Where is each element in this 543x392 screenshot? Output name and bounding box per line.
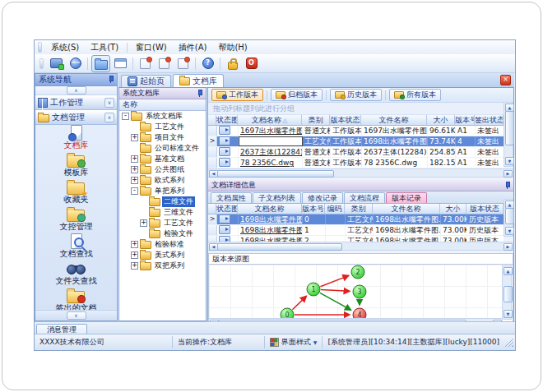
tree-node-6[interactable]: +欧式系列 <box>119 175 206 186</box>
scroll-down-icon[interactable]: ▼ <box>504 310 513 318</box>
sidebar-group-work[interactable]: 工作管理 ∨ <box>35 95 117 110</box>
toolbar-button-mail-report[interactable] <box>137 56 154 71</box>
scroll-thumb[interactable] <box>504 286 513 302</box>
graph-vscrollbar[interactable]: ▲ ▼ <box>502 265 512 320</box>
tree-node-5[interactable]: +公共图纸 <box>119 164 206 175</box>
scroll-right-icon[interactable]: ▶ <box>504 170 513 178</box>
pin-icon[interactable] <box>107 76 114 83</box>
tree-node-0[interactable]: -系统文档库 <box>119 111 206 122</box>
column-header[interactable]: 状态图 <box>216 204 238 214</box>
scroll-right-icon[interactable]: ▶ <box>504 243 513 251</box>
toolbar-button-mail-new[interactable] <box>155 56 173 71</box>
table-row-2[interactable]: 2637主体(12284).dwg普通文档工作版本2637主体(12284).d… <box>208 147 504 158</box>
menu-item-0[interactable]: 系统(S) <box>45 41 85 53</box>
collapse-minus-icon[interactable]: - <box>131 187 138 195</box>
column-header[interactable]: 版本状态 <box>466 204 504 214</box>
scroll-thumb[interactable] <box>217 170 334 178</box>
sidebar-item-1[interactable]: 模板库 <box>39 150 114 178</box>
toolbar-grip[interactable] <box>39 58 44 69</box>
tree-node-1[interactable]: 工艺文件 <box>119 122 206 132</box>
expand-plus-icon[interactable]: + <box>131 241 138 248</box>
toolbar-button-help[interactable]: ? <box>199 56 216 71</box>
table-row-2[interactable]: 1698出水嘴零件图.dwg2工艺文件1698出水嘴零件图.dwg73.00KB… <box>208 236 504 242</box>
column-header[interactable]: 版本状态 <box>330 115 361 126</box>
expand-plus-icon[interactable]: + <box>131 166 138 173</box>
column-header[interactable]: 大小 <box>440 204 466 214</box>
toolbar-button-globe[interactable] <box>67 56 84 71</box>
chevron-down-icon[interactable]: ∨ <box>104 98 114 108</box>
scroll-thumb[interactable] <box>505 111 514 145</box>
tab-0[interactable]: 起始页 <box>121 75 171 87</box>
tree-node-9[interactable]: 三维文件 <box>119 207 206 218</box>
tree-node-12[interactable]: +检验标准 <box>119 239 206 250</box>
expand-plus-icon[interactable]: + <box>131 134 138 141</box>
menu-item-3[interactable]: 插件(A) <box>173 41 213 53</box>
detail-tab-2[interactable]: 修改记录 <box>302 192 343 203</box>
table-row-3[interactable]: 78 2356C.dwg普通文档工作版本78 2356C.dwg182.15KB… <box>208 158 504 168</box>
sidebar-item-3[interactable]: 文控管理 <box>39 205 114 232</box>
pin-icon[interactable] <box>196 90 203 97</box>
sidebar-item-6[interactable]: 签出的文档 <box>39 286 114 311</box>
column-header[interactable]: 版本号 <box>302 204 325 214</box>
tree-node-4[interactable]: +基准文档 <box>119 154 206 164</box>
version-button-1[interactable]: 归档版本 <box>271 89 323 101</box>
tree-node-13[interactable]: +美式系列 <box>119 250 206 261</box>
column-header[interactable]: 大小 <box>427 115 455 126</box>
menu-grip[interactable] <box>38 42 42 53</box>
tree-node-2[interactable]: +项目文件 <box>119 132 206 143</box>
column-header[interactable]: 文档名称△ <box>238 115 302 126</box>
version-button-2[interactable]: 历史版本 <box>330 89 382 101</box>
tree-node-14[interactable]: +双把系列 <box>119 261 206 271</box>
scroll-thumb[interactable] <box>217 243 342 251</box>
pin-icon[interactable] <box>504 182 511 189</box>
detail-tab-3[interactable]: 文档流程 <box>344 192 385 203</box>
column-header[interactable]: 文件名称 <box>361 115 427 126</box>
scroll-down-icon[interactable]: ▼ <box>505 227 514 235</box>
expand-plus-icon[interactable]: + <box>131 177 138 184</box>
collapse-minus-icon[interactable]: - <box>122 113 129 120</box>
menu-item-1[interactable]: 工具(T) <box>85 41 124 53</box>
toolbar-button-power[interactable]: O <box>243 56 260 71</box>
tree-node-10[interactable]: +工艺文件 <box>119 218 206 228</box>
sidebar-item-5[interactable]: 文件夹查找 <box>39 259 114 286</box>
sidebar-item-2[interactable]: ★收藏夹 <box>39 178 114 205</box>
tree-node-11[interactable]: 检验文件 <box>119 228 206 239</box>
resize-grip[interactable] <box>504 338 513 347</box>
toolbar-button-mail-delete[interactable] <box>174 56 192 71</box>
version-button-3[interactable]: 所有版本 <box>389 89 441 101</box>
column-header[interactable]: 编码 <box>325 204 345 214</box>
column-header[interactable]: 类别 <box>302 115 330 126</box>
detail-table-hscrollbar[interactable]: ◀ ▶ <box>208 242 513 251</box>
tree-node-7[interactable]: -单把系列 <box>119 186 206 196</box>
table-row-1[interactable]: 1698出水嘴零件图.dwg1工艺文件1698出水嘴零件图.dwg73.00KB… <box>208 225 504 236</box>
tab-1[interactable]: 文档库 <box>173 74 224 87</box>
chevron-up-icon[interactable]: ∧ <box>67 86 86 95</box>
column-header[interactable]: 文档名称 <box>238 204 302 214</box>
column-header[interactable]: 类别 <box>345 204 373 214</box>
expand-plus-icon[interactable]: + <box>140 219 147 227</box>
table-row-1[interactable]: >1698出水嘴零件图.dwg工艺文件工作版本1698出水嘴零件图.dwg73.… <box>208 136 504 147</box>
scroll-thumb[interactable] <box>505 208 514 224</box>
expand-plus-icon[interactable]: + <box>131 155 138 163</box>
table-row-0[interactable]: 1697出水嘴零件图.dwg普通文档工作版本1697出水嘴零件图.dwg96.6… <box>208 126 504 136</box>
sidebar-item-4[interactable]: 文档查找 <box>39 232 114 259</box>
column-header[interactable]: 版本号 <box>455 115 475 126</box>
detail-tab-0[interactable]: 文档属性 <box>211 192 252 203</box>
menu-item-2[interactable]: 窗口(W) <box>130 41 173 53</box>
expand-plus-icon[interactable]: + <box>131 251 138 259</box>
close-icon[interactable]: × <box>500 75 511 85</box>
toolbar-button-folder[interactable] <box>91 55 110 72</box>
top-table-hscrollbar[interactable]: ◀ ▶ <box>208 168 513 178</box>
table-row-0[interactable]: >1698出水嘴零件图.dwg0工艺文件1698出水嘴零件图.dwg73.00K… <box>208 214 504 225</box>
detail-tab-4[interactable]: 版本记录 <box>386 192 427 203</box>
scroll-down-icon[interactable]: ▼ <box>505 157 514 165</box>
tree-node-8[interactable]: 二维文件 <box>119 196 206 207</box>
sidebar-item-0[interactable]: 文档库 <box>39 123 114 150</box>
column-header[interactable]: 签出状态 <box>475 115 504 126</box>
row-indicator-header[interactable] <box>208 204 216 214</box>
toolbar-button-window[interactable] <box>112 56 129 71</box>
column-header[interactable]: 文件名称 <box>373 204 440 214</box>
toolbar-button-lock[interactable] <box>224 56 241 71</box>
tree-node-3[interactable]: 公司标准文件 <box>119 143 206 154</box>
interface-style-chooser[interactable]: 界面样式 ▼ <box>265 336 323 348</box>
